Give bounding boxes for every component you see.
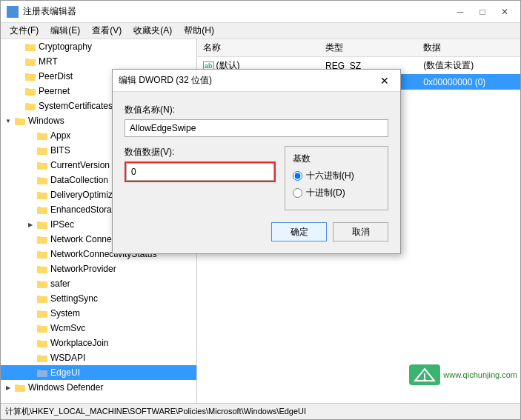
folder-icon [14,115,26,127]
expander-wsdapi [24,352,36,364]
app-icon [7,6,19,18]
folder-icon-selected [36,367,48,379]
menubar: 文件(F) 编辑(E) 查看(V) 收藏夹(A) 帮助(H) [1,23,520,39]
tree-item-wsdapi[interactable]: WSDAPI [1,350,196,365]
svg-rect-39 [37,296,41,298]
tree-label: SystemCertificates [39,101,113,111]
expander-settingsync [24,293,36,304]
svg-rect-27 [37,207,41,209]
menu-help[interactable]: 帮助(H) [178,23,220,39]
svg-rect-35 [37,266,41,268]
folder-icon [36,233,48,245]
svg-rect-19 [37,147,41,150]
row-data: 0x00000000 (0) [417,74,520,90]
tree-item-wcmsvc[interactable]: WcmSvc [1,321,196,336]
svg-rect-7 [25,59,29,61]
svg-rect-49 [37,370,41,372]
cancel-button[interactable]: 取消 [333,222,388,241]
svg-rect-0 [7,7,12,11]
tree-item-windefender[interactable]: ▶ Windows Defender [1,380,196,395]
name-label: 数值名称(N): [125,104,388,116]
folder-icon [36,278,48,290]
svg-rect-41 [37,310,41,313]
svg-rect-21 [37,162,41,164]
tree-item-networkprovider[interactable]: NetworkProvider [1,261,196,276]
expander-system [24,307,36,319]
menu-file[interactable]: 文件(F) [4,23,44,39]
tree-label: Windows Defender [28,382,103,393]
dialog-close-button[interactable]: ✕ [375,73,394,88]
dialog-titlebar: 编辑 DWORD (32 位值) ✕ [113,70,400,92]
minimize-button[interactable]: ─ [451,4,470,19]
hex-label: 十六进制(H) [306,170,354,182]
edit-dword-dialog: 编辑 DWORD (32 位值) ✕ 数值名称(N): 数值数据(V): [112,69,401,254]
tree-label: WSDAPI [50,353,85,363]
expander-peernet [13,85,24,97]
ok-button[interactable]: 确定 [271,222,327,241]
window-title: 注册表编辑器 [23,5,451,18]
tree-item-edgeui[interactable]: EdgeUI [1,365,196,380]
expander-windows: ▼ [2,115,14,127]
svg-rect-15 [15,118,19,120]
menu-view[interactable]: 查看(V) [86,23,127,39]
tree-label: IPSec [50,219,74,230]
expander-systemcerts [13,100,24,112]
svg-rect-3 [13,13,18,17]
tree-label: Peernet [39,86,70,96]
svg-rect-37 [37,281,41,283]
svg-rect-9 [25,73,29,76]
tree-label: CurrentVersion [50,160,110,170]
maximize-button[interactable]: □ [473,4,492,19]
tree-label: System [50,308,80,319]
folder-icon [36,204,48,216]
menu-edit[interactable]: 编辑(E) [44,23,86,39]
svg-rect-5 [25,44,29,46]
svg-point-54 [424,379,426,381]
expander-mrt [13,56,24,67]
tree-item-mrt[interactable]: MRT [1,54,196,69]
expander-datacollection [24,174,36,186]
svg-rect-1 [13,7,18,11]
folder-icon [36,352,48,364]
tree-item-cryptography[interactable]: Cryptography [1,39,196,54]
dialog-title: 编辑 DWORD (32 位值) [119,74,375,87]
folder-icon [36,189,48,201]
tree-label: WorkplaceJoin [50,338,108,348]
col-type: 类型 [319,39,417,57]
dec-radio-label[interactable]: 十进制(D) [293,187,380,199]
menu-favorites[interactable]: 收藏夹(A) [127,23,178,39]
expander-wcmsvc [24,322,36,334]
svg-rect-47 [37,355,41,357]
tree-item-safer[interactable]: safer [1,276,196,291]
folder-icon [24,41,36,53]
tree-item-system[interactable]: System [1,306,196,321]
data-base-row: 数值数据(V): 基数 十六进制(H) [125,146,388,210]
base-section: 基数 十六进制(H) 十进制(D) [285,146,388,210]
folder-icon [36,293,48,304]
tree-item-workplacejoin[interactable]: WorkplaceJoin [1,336,196,350]
expander-peerdist [13,70,24,82]
folder-icon [36,174,48,186]
name-input[interactable] [125,119,388,137]
svg-rect-29 [37,221,41,224]
tree-label: safer [50,279,70,289]
hex-radio[interactable] [293,171,302,181]
folder-icon [36,144,48,156]
close-button[interactable]: ✕ [495,4,514,19]
tree-label: SettingSync [50,293,98,304]
svg-rect-11 [25,88,29,90]
tree-label: PeerDist [39,71,73,81]
hex-radio-label[interactable]: 十六进制(H) [293,170,380,182]
tree-item-settingsync[interactable]: SettingSync [1,291,196,306]
dec-radio[interactable] [293,188,302,198]
value-data-input[interactable] [126,163,274,181]
folder-icon [24,56,36,67]
folder-icon [36,159,48,171]
folder-icon [24,85,36,97]
col-data: 数据 [417,39,520,57]
expander-safer [24,278,36,290]
watermark-text: www.qichunjing.com [443,370,517,379]
data-label: 数值数据(V): [125,146,276,159]
expander-appx [24,130,36,141]
folder-icon [14,381,26,393]
